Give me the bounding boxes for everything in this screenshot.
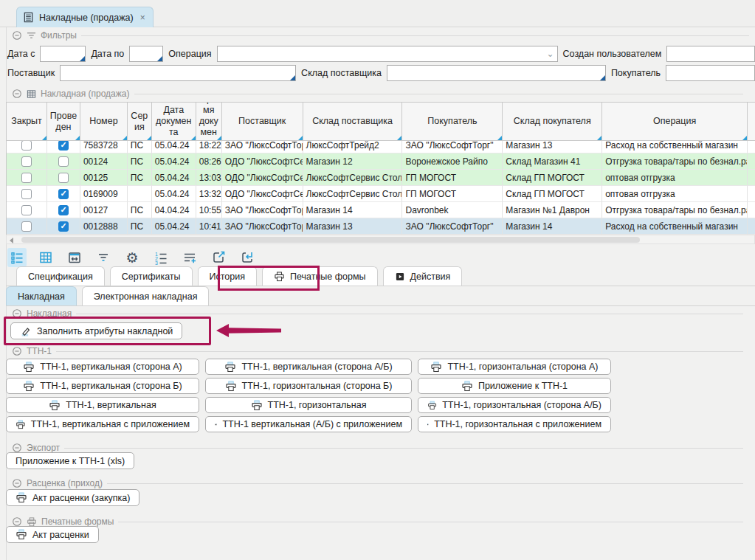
closed-checkbox[interactable] <box>21 173 32 183</box>
tab-invoice[interactable]: Накладная <box>6 286 77 305</box>
closed-checkbox[interactable] <box>21 221 32 232</box>
print-form-button[interactable]: ТТН-1, горизонтальная (сторона А/Б) <box>418 397 611 413</box>
collapse-icon[interactable] <box>12 308 22 319</box>
period-calendar-icon[interactable] <box>65 248 84 267</box>
scroll-left-icon[interactable] <box>10 238 13 243</box>
date-from-input[interactable] <box>41 46 85 61</box>
posted-checkbox[interactable] <box>58 173 69 183</box>
column-header-posted[interactable]: Проведен <box>47 103 80 141</box>
supplier-input[interactable] <box>61 66 295 80</box>
chevron-down-icon[interactable]: ⌄ <box>546 49 554 59</box>
supplier-warehouse-field[interactable] <box>387 65 606 81</box>
column-header-supplier[interactable]: Поставщик <box>222 103 303 141</box>
print-form-button[interactable]: ТТН-1, вертикальная (сторона Б) <box>6 378 199 394</box>
tab-specification[interactable]: Спецификация <box>16 266 105 286</box>
print-form-button[interactable]: ТТН-1, горизонтальная <box>205 397 412 413</box>
closed-checkbox[interactable] <box>21 205 32 215</box>
column-header-closed[interactable]: Закрыт <box>7 103 47 141</box>
filter-icon[interactable] <box>94 248 113 267</box>
collapse-icon[interactable] <box>12 516 22 527</box>
column-header-buyer[interactable]: Покупатель <box>402 103 503 141</box>
tab-close-icon[interactable]: × <box>140 13 145 23</box>
closed-checkbox[interactable] <box>21 141 32 151</box>
closed-checkbox[interactable] <box>21 156 32 167</box>
collapse-icon[interactable] <box>12 478 22 488</box>
pricing-act-purchase-button[interactable]: Акт расценки (закупка) <box>6 489 139 506</box>
column-header-buyer-warehouse[interactable]: Склад покупателя <box>503 103 602 141</box>
supplier-warehouse-input[interactable] <box>387 66 605 80</box>
cell-posted[interactable] <box>47 141 80 153</box>
print-form-button[interactable]: ТТН-1, вертикальная с приложением <box>6 416 199 432</box>
table-row[interactable]: 00127ПС04.04.2410:55ЗАО "ЛюксСофтТорг"Ма… <box>7 202 755 218</box>
cell-closed[interactable] <box>7 170 47 186</box>
print-form-button[interactable]: ТТН-1, вертикальная <box>6 397 199 413</box>
date-from-field[interactable] <box>40 46 86 62</box>
posted-checkbox[interactable] <box>58 156 69 167</box>
cell-posted[interactable] <box>47 186 80 202</box>
posted-checkbox[interactable] <box>58 141 69 151</box>
collapse-icon[interactable] <box>12 443 22 453</box>
column-header-doc-date[interactable]: Дата документа <box>152 103 196 141</box>
created-by-input[interactable] <box>667 46 754 61</box>
column-header-series[interactable]: Серия <box>128 103 152 141</box>
open-external-icon[interactable] <box>209 248 228 267</box>
buyer-field[interactable] <box>666 65 755 81</box>
fill-invoice-attributes-button[interactable]: Заполнить атрибуты накладной <box>10 322 182 339</box>
posted-checkbox[interactable] <box>58 205 69 215</box>
collapse-icon[interactable] <box>12 30 22 41</box>
tab-history[interactable]: История <box>198 266 257 286</box>
list-view-icon[interactable] <box>7 248 27 267</box>
operation-input[interactable] <box>218 46 557 61</box>
pricing-act-button[interactable]: Акт расценки <box>6 526 99 543</box>
date-to-field[interactable] <box>129 46 163 62</box>
operation-combobox[interactable]: ⌄ <box>217 46 558 62</box>
table-row[interactable]: 00125ПС05.04.2413:03ОДО "ЛюксСофтСервисЛ… <box>7 170 755 186</box>
numbered-list-icon[interactable]: 123 <box>151 248 170 267</box>
posted-checkbox[interactable] <box>58 189 69 199</box>
print-form-button[interactable]: ТТН-1, вертикальная (сторона А/Б) <box>205 359 412 375</box>
table-row[interactable]: 7583728ПС05.04.2418:22ЗАО "ЛюксСофтТорг"… <box>7 141 755 153</box>
cell-posted[interactable] <box>47 153 80 170</box>
refresh-return-icon[interactable] <box>238 248 257 267</box>
print-form-button[interactable]: ТТН-1, горизонтальная (сторона А) <box>418 359 611 375</box>
collapse-icon[interactable] <box>12 346 22 356</box>
cell-posted[interactable] <box>47 170 80 186</box>
supplier-field[interactable] <box>60 65 296 81</box>
tab-print-forms[interactable]: Печатные формы <box>262 266 378 286</box>
buyer-input[interactable] <box>666 66 754 80</box>
grid-view-icon[interactable] <box>36 248 55 267</box>
column-header-doc-time[interactable]: Время документа <box>196 103 222 141</box>
cell-closed[interactable] <box>7 153 47 170</box>
print-form-button[interactable]: ТТН-1, горизонтальная с приложением <box>418 416 611 432</box>
column-header-operation[interactable]: Операция <box>602 103 748 141</box>
tab-certificates[interactable]: Сертификаты <box>110 266 193 286</box>
ttn-appendix-xls-button[interactable]: Приложение к ТТН-1 (xls) <box>6 452 134 469</box>
cell-clipped <box>748 170 755 186</box>
table-row[interactable]: 00124ПС05.04.2408:26ОДО "ЛюксСофтСервисМ… <box>7 153 755 170</box>
collapse-icon[interactable] <box>12 89 22 99</box>
horizontal-scrollbar[interactable] <box>6 235 755 244</box>
tab-electronic-invoice[interactable]: Электронная накладная <box>82 286 210 305</box>
cell-posted[interactable] <box>47 202 80 218</box>
print-form-button[interactable]: ТТН-1, вертикальная (сторона А) <box>6 359 199 375</box>
add-list-icon[interactable] <box>180 248 199 267</box>
print-form-button[interactable]: Приложение к ТТН-1 <box>418 378 611 394</box>
cell-closed[interactable] <box>7 186 47 202</box>
column-header-supplier-warehouse[interactable]: Склад поставщика <box>303 103 403 141</box>
cell-closed[interactable] <box>7 141 47 153</box>
column-header-number[interactable]: Номер <box>80 103 128 141</box>
cell-closed[interactable] <box>7 202 47 218</box>
created-by-field[interactable] <box>666 46 755 62</box>
settings-gear-icon[interactable]: ⚙ <box>123 248 142 267</box>
scrollbar-thumb[interactable] <box>21 237 640 243</box>
tab-invoices-sale[interactable]: Накладные (продажа) × <box>16 7 154 27</box>
table-row[interactable]: 0012888ПС05.04.2410:41ЗАО "ЛюксСофтТорг"… <box>7 218 755 235</box>
closed-checkbox[interactable] <box>21 189 32 199</box>
print-form-button[interactable]: ТТН-1 вертикальная (А/Б) с приложением <box>205 416 412 432</box>
tab-actions[interactable]: Действия <box>383 266 463 286</box>
cell-closed[interactable] <box>7 218 47 235</box>
print-form-button[interactable]: ТТН-1, горизонтальная (сторона Б) <box>205 378 412 394</box>
table-row[interactable]: 016900905.04.2413:32ОДО "ЛюксСофтСервисЛ… <box>7 186 755 202</box>
cell-posted[interactable] <box>47 218 80 235</box>
posted-checkbox[interactable] <box>58 221 69 232</box>
